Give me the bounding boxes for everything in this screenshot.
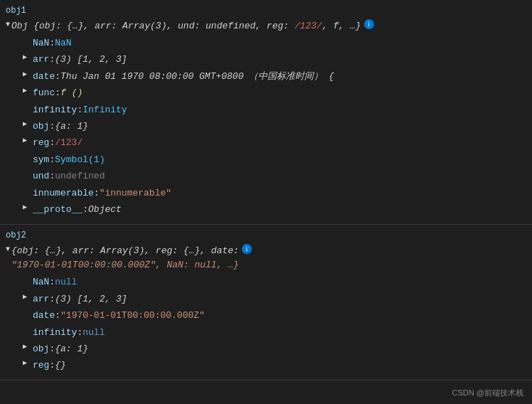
prop-sep: : <box>49 135 55 150</box>
prop-value: undefined <box>55 169 105 184</box>
panel-obj2: obj2{obj: {…}, arr: Array(3), reg: {…}, … <box>0 225 532 381</box>
obj-summary-obj1: Obj {obj: {…}, arr: Array(3), und: undef… <box>11 19 361 34</box>
prop-sep: : <box>55 85 60 100</box>
panel-obj1: obj1Obj {obj: {…}, arr: Array(3), und: u… <box>0 0 532 225</box>
prop-key: reg <box>33 135 49 150</box>
prop-row: obj: {a: 1} <box>17 341 532 357</box>
prop-expand-arrow[interactable] <box>23 119 31 131</box>
prop-value: /123/ <box>55 135 83 150</box>
prop-value: (3) [1, 2, 3] <box>55 52 127 67</box>
obj-summary-obj2: {obj: {…}, arr: Array(3), reg: {…}, date… <box>11 244 239 274</box>
info-icon-obj2[interactable]: i <box>242 244 252 254</box>
prop-expand-arrow[interactable] <box>23 292 31 304</box>
prop-value: Symbol(1) <box>55 152 105 167</box>
prop-value: {} <box>55 358 66 373</box>
prop-sep: : <box>49 169 55 184</box>
prop-expand-arrow[interactable] <box>23 358 31 370</box>
prop-expand-arrow[interactable] <box>23 52 31 64</box>
props-obj1: NaN: NaNarr: (3) [1, 2, 3]date: Thu Jan … <box>0 35 532 218</box>
prop-key: obj <box>33 119 49 134</box>
prop-sep: : <box>49 275 55 289</box>
prop-key: __proto__ <box>33 202 83 217</box>
prop-value: Thu Jan 01 1970 08:00:00 GMT+0800 （中国标准时… <box>60 69 334 84</box>
prop-key: sym <box>33 152 49 167</box>
watermark: CSDN @前端技术栈 <box>452 388 523 398</box>
prop-row: reg: /123/ <box>17 134 532 151</box>
prop-value: null <box>55 275 77 289</box>
prop-sep: : <box>49 52 55 67</box>
prop-value: "innumerable" <box>100 186 171 201</box>
prop-key: arr <box>33 292 49 307</box>
prop-sep: : <box>55 69 60 84</box>
prop-expand-arrow[interactable] <box>23 341 31 354</box>
prop-key: arr <box>33 52 49 67</box>
prop-value: "1970-01-01T00:00:00.000Z" <box>60 308 205 323</box>
prop-sep: : <box>77 325 83 340</box>
prop-sep: : <box>77 102 83 117</box>
prop-row: und: undefined <box>17 168 532 184</box>
prop-key: func <box>33 85 55 100</box>
prop-key: NaN <box>33 36 49 51</box>
info-icon-obj1[interactable]: i <box>364 19 374 29</box>
expand-arrow-obj2[interactable] <box>6 244 10 255</box>
prop-row: arr: (3) [1, 2, 3] <box>17 291 532 307</box>
prop-key: reg <box>33 358 49 373</box>
obj-header-obj1: Obj {obj: {…}, arr: Array(3), und: undef… <box>0 18 532 35</box>
prop-expand-arrow[interactable] <box>23 69 31 81</box>
prop-key: date <box>33 308 55 323</box>
prop-row: obj: {a: 1} <box>17 118 532 134</box>
prop-value: NaN <box>55 36 71 51</box>
prop-expand-arrow[interactable] <box>23 135 31 147</box>
prop-row: innumerable: "innumerable" <box>17 185 532 201</box>
prop-row: infinity: Infinity <box>17 102 532 118</box>
prop-sep: : <box>49 119 55 134</box>
prop-row: date: Thu Jan 01 1970 08:00:00 GMT+0800 … <box>17 68 532 85</box>
prop-sep: : <box>49 36 55 51</box>
prop-value: null <box>83 325 105 340</box>
prop-key: infinity <box>33 102 77 117</box>
prop-row: NaN: null <box>17 274 532 290</box>
prop-row: infinity: null <box>17 324 532 341</box>
panel-label-obj2: obj2 <box>0 229 532 243</box>
prop-value: {a: 1} <box>55 119 88 134</box>
prop-sep: : <box>49 358 55 373</box>
prop-sep: : <box>49 341 55 356</box>
props-obj2: NaN: nullarr: (3) [1, 2, 3]date: "1970-0… <box>0 274 532 374</box>
prop-value: (3) [1, 2, 3] <box>55 292 127 307</box>
prop-sep: : <box>83 202 88 217</box>
prop-value: f () <box>60 85 83 100</box>
prop-row: sym: Symbol(1) <box>17 152 532 168</box>
prop-value: {a: 1} <box>55 341 88 356</box>
prop-key: innumerable <box>33 186 94 201</box>
prop-key: und <box>33 169 49 184</box>
prop-sep: : <box>55 308 60 323</box>
prop-sep: : <box>49 292 55 307</box>
prop-key: obj <box>33 341 49 356</box>
prop-expand-arrow[interactable] <box>23 202 31 214</box>
prop-row: date: "1970-01-01T00:00:00.000Z" <box>17 307 532 324</box>
prop-row: arr: (3) [1, 2, 3] <box>17 51 532 68</box>
expand-arrow-obj1[interactable] <box>6 19 10 31</box>
prop-value: Object <box>88 202 122 217</box>
prop-key: NaN <box>33 275 49 289</box>
prop-key: infinity <box>33 325 77 340</box>
prop-key: date <box>33 69 55 84</box>
prop-sep: : <box>49 152 55 167</box>
prop-expand-arrow[interactable] <box>23 85 31 97</box>
prop-row: __proto__: Object <box>17 201 532 218</box>
prop-sep: : <box>94 186 100 201</box>
prop-row: NaN: NaN <box>17 35 532 51</box>
prop-value: Infinity <box>83 102 127 117</box>
panel-label-obj1: obj1 <box>0 4 532 18</box>
prop-row: reg: {} <box>17 357 532 373</box>
obj-header-obj2: {obj: {…}, arr: Array(3), reg: {…}, date… <box>0 243 532 275</box>
prop-row: func: f () <box>17 85 532 101</box>
